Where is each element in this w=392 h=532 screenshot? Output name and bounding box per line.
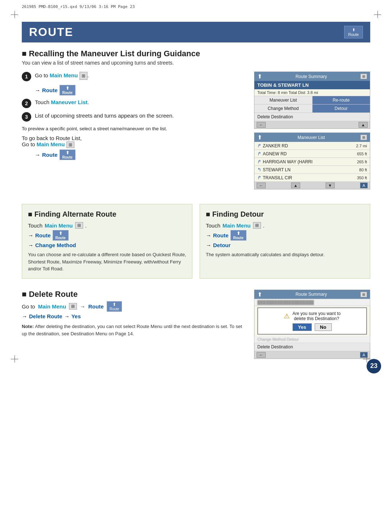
- del-back-btn[interactable]: ←: [257, 352, 266, 358]
- back-nav-btn[interactable]: ←: [257, 122, 266, 128]
- det-body-text: The system automatically calculates and …: [206, 251, 364, 258]
- det-route-line: → Route ⬆ Route: [206, 230, 364, 241]
- maneuver-nav-icon: ⬆: [257, 134, 262, 141]
- del-delete-destination[interactable]: Delete Destination: [254, 343, 370, 351]
- maneuver-list-title: Maneuver List: [298, 135, 325, 140]
- maneuver-row-2[interactable]: ↱ HARRIGAN WAY (HARRI 265 ft: [254, 158, 370, 166]
- maneuver-row-4[interactable]: ↱ TRANSILL CIR 350 ft: [254, 174, 370, 182]
- street-0: ZANKER RD: [263, 143, 288, 148]
- step1-route-btn[interactable]: ⬆ Route: [60, 85, 75, 95]
- page-title: ROUTE: [29, 25, 73, 39]
- maneuver-row-0[interactable]: ↱ ZANKER RD 2.7 mi: [254, 142, 370, 150]
- delete-right: ⬆ Route Summary ⊞ ████████████████████ ⚠…: [254, 290, 370, 363]
- distance-1: 655 ft: [357, 152, 367, 156]
- reroute-btn[interactable]: Re-route: [313, 96, 370, 104]
- street-4: TRANSILL CIR: [263, 175, 292, 180]
- confirm-yes-button[interactable]: Yes: [293, 323, 311, 331]
- det-arr2: →: [206, 242, 211, 248]
- alt-route-btn[interactable]: ⬆ Route: [53, 230, 69, 241]
- det-route-btn-arrow-icon: ⬆: [237, 231, 240, 236]
- det-arr1: →: [206, 232, 211, 238]
- preview-text: To preview a specific point, select a st…: [22, 126, 243, 131]
- street-name-1: ↱ AGNEW RD: [257, 151, 287, 156]
- det-detour-label: Detour: [213, 242, 230, 248]
- detour-btn[interactable]: Detour: [313, 105, 370, 112]
- step2-after: .: [87, 99, 89, 105]
- goback-route-btn[interactable]: ⬆ Route: [60, 150, 75, 160]
- del-route-btn[interactable]: ⬆ Route: [107, 301, 122, 312]
- step-3-text: List of upcoming streets and turns appea…: [35, 112, 174, 120]
- step1-route-arrow: → Route ⬆ Route: [35, 85, 243, 95]
- turn-icon-1: ↱: [257, 151, 261, 156]
- crosshair-bl: [11, 355, 18, 363]
- turn-icon-2: ↱: [257, 159, 261, 164]
- confirm-text2: delete this Destination?: [293, 316, 341, 321]
- recalling-left: 1 Go to Main Menu ⊞. → Route ⬆ Route 2 T…: [22, 71, 243, 193]
- alternate-step-line: Touch Main Menu ⊞.: [28, 222, 186, 229]
- step2-before: Touch: [35, 99, 51, 105]
- delete-left: Delete Route Go to Main Menu ⊞ → Route ⬆…: [22, 290, 243, 363]
- route-summary-btn-row2: Change Method Detour: [254, 105, 370, 113]
- goback-menu-icon[interactable]: ⊞: [66, 142, 74, 148]
- route-icon-button[interactable]: ⬆ Route: [344, 26, 363, 38]
- goback-main-menu: Main Menu: [37, 141, 65, 147]
- step1-main-menu: Main Menu: [50, 72, 78, 78]
- alt-route-label: Route: [35, 232, 51, 238]
- maneuver-row-3[interactable]: ↰ STEWART LN 80 ft: [254, 166, 370, 174]
- up-nav-btn[interactable]: ▲: [359, 122, 368, 128]
- maneuver-back-btn[interactable]: ←: [257, 183, 266, 188]
- del-nav-icon: ⬆: [257, 291, 262, 298]
- det-route-btn-label: Route: [233, 236, 244, 240]
- del-arr2: →: [22, 313, 27, 319]
- distance-3: 80 ft: [359, 168, 367, 172]
- street-name-3: ↰ STEWART LN: [257, 167, 290, 172]
- route-summary-highlight: TOBIN & STEWART LN: [254, 81, 370, 89]
- goback-route-arrow: → Route ⬆ Route: [35, 150, 243, 160]
- del-yes-label: Yes: [72, 313, 81, 319]
- delete-route-section: Delete Route Go to Main Menu ⊞ → Route ⬆…: [22, 290, 370, 363]
- maneuver-list-btn[interactable]: Maneuver List: [254, 96, 313, 104]
- maneuver-a-btn[interactable]: A: [360, 183, 368, 188]
- delete-destination-btn[interactable]: Delete Destination: [254, 113, 370, 121]
- del-route: Route: [88, 303, 104, 310]
- del-arr3: →: [64, 313, 70, 319]
- street-3: STEWART LN: [263, 167, 290, 172]
- maneuver-up-btn[interactable]: ▲: [291, 183, 300, 188]
- confirm-buttons: Yes No: [262, 323, 362, 331]
- change-method-btn[interactable]: Change Method: [254, 105, 313, 112]
- recalling-layout: 1 Go to Main Menu ⊞. → Route ⬆ Route 2 T…: [22, 71, 370, 193]
- step1-route-label: Route: [42, 87, 58, 93]
- del-main-menu: Main Menu: [38, 303, 66, 310]
- print-header: 261985 PMD-B100_r15.qxd 9/13/06 3:16 PM …: [22, 4, 135, 9]
- distance-0: 2.7 mi: [356, 144, 367, 148]
- goback-block: To go back to Route List, Go to Main Men…: [22, 135, 243, 148]
- alt-arr2: →: [28, 242, 33, 248]
- turn-icon-3: ↰: [257, 167, 261, 172]
- det-menu-icon[interactable]: ⊞: [253, 222, 261, 229]
- delete-route-title: Delete Route: [22, 290, 243, 299]
- maneuver-list-bottom-bar: ← ▲ ▼ A: [254, 182, 370, 189]
- goback-text: To go back to Route List,: [22, 135, 82, 141]
- step2-maneuver-list: Maneuver List: [51, 99, 87, 105]
- warning-icon: ⚠: [284, 312, 290, 320]
- del-menu-icon[interactable]: ⊞: [69, 303, 77, 310]
- alt-body-text: You can choose and re-calculate a differ…: [28, 251, 186, 273]
- alt-change-method-line: → Change Method: [28, 242, 186, 248]
- street-2: HARRIGAN WAY (HARRI: [263, 159, 313, 164]
- det-route-btn[interactable]: ⬆ Route: [230, 230, 246, 241]
- step1-menu-icon[interactable]: ⊞: [79, 72, 87, 80]
- street-name-2: ↱ HARRIGAN WAY (HARRI: [257, 159, 313, 164]
- det-touch: Touch: [206, 222, 220, 229]
- finding-detour-section: Finding Detour Touch Main Menu ⊞. → Rout…: [200, 204, 370, 279]
- alt-menu-icon[interactable]: ⊞: [75, 222, 83, 229]
- maneuver-down-btn[interactable]: ▼: [326, 183, 335, 188]
- route-summary-titlebar: ⬆ Route Summary ⊞: [254, 72, 370, 81]
- finding-alternate-title: Finding Alternate Route: [28, 210, 186, 218]
- step-2-text: Touch Maneuver List.: [35, 98, 89, 107]
- confirm-no-button[interactable]: No: [315, 323, 332, 331]
- route-summary-bottom-bar: ← ▲: [254, 121, 370, 128]
- turn-icon-4: ↱: [257, 175, 261, 180]
- turn-icon-0: ↱: [257, 143, 261, 148]
- delete-note: Note: After deleting the destination, yo…: [22, 323, 243, 338]
- maneuver-row-1[interactable]: ↱ AGNEW RD 655 ft: [254, 150, 370, 158]
